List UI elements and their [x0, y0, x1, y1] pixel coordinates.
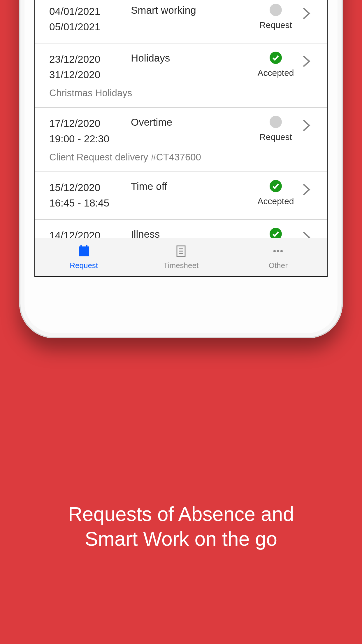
tab-label: Timesheet [164, 261, 198, 270]
status-indicator: Accepted [254, 52, 298, 78]
svg-point-9 [277, 250, 279, 252]
svg-point-10 [280, 250, 283, 252]
marketing-caption: Requests of Absence and Smart Work on th… [0, 502, 362, 551]
status-indicator: Accepted [254, 180, 298, 206]
date-range: 23/12/2020 31/12/2020 [49, 52, 131, 82]
tab-request[interactable]: Request [35, 238, 132, 276]
request-note: Christmas Holidays [49, 88, 315, 99]
request-row[interactable]: 23/12/2020 31/12/2020 Holidays Accepted [35, 43, 327, 108]
document-icon [174, 244, 188, 259]
svg-point-8 [273, 250, 276, 252]
tab-label: Other [269, 261, 288, 270]
status-dot-icon [270, 116, 282, 128]
status-indicator: Request [254, 4, 298, 30]
calendar-icon [77, 244, 91, 259]
app-screen: 04/01/2021 05/01/2021 Smart working Requ… [34, 0, 328, 277]
more-icon [271, 244, 285, 259]
status-indicator: Request [254, 116, 298, 142]
tab-other[interactable]: Other [230, 238, 327, 276]
phone-frame: 04/01/2021 05/01/2021 Smart working Requ… [19, 0, 343, 338]
svg-rect-1 [79, 246, 89, 248]
chevron-right-icon[interactable] [298, 180, 315, 196]
date-range: 04/01/2021 05/01/2021 [49, 4, 131, 34]
request-row[interactable]: 04/01/2021 05/01/2021 Smart working Requ… [35, 0, 327, 43]
request-type: Overtime [131, 116, 254, 128]
request-note: Client Request delivery #CT437600 [49, 152, 315, 163]
svg-rect-2 [80, 245, 82, 248]
request-row[interactable]: 15/12/2020 16:45 - 18:45 Time off Accept… [35, 172, 327, 220]
svg-rect-0 [79, 248, 89, 256]
chevron-right-icon[interactable] [298, 52, 315, 68]
chevron-right-icon[interactable] [298, 4, 315, 20]
date-range: 17/12/2020 19:00 - 22:30 [49, 116, 131, 146]
svg-rect-3 [86, 245, 87, 248]
request-list: 04/01/2021 05/01/2021 Smart working Requ… [35, 0, 327, 263]
tab-bar: Request Timesheet [35, 238, 327, 276]
status-dot-icon [270, 4, 282, 16]
request-type: Smart working [131, 4, 254, 16]
date-range: 15/12/2020 16:45 - 18:45 [49, 180, 131, 211]
tab-timesheet[interactable]: Timesheet [132, 238, 229, 276]
request-row[interactable]: 17/12/2020 19:00 - 22:30 Overtime Reques… [35, 108, 327, 172]
tab-label: Request [70, 261, 98, 270]
check-circle-icon [270, 52, 282, 64]
request-type: Holidays [131, 52, 254, 64]
request-type: Time off [131, 180, 254, 192]
chevron-right-icon[interactable] [298, 116, 315, 132]
check-circle-icon [270, 180, 282, 192]
